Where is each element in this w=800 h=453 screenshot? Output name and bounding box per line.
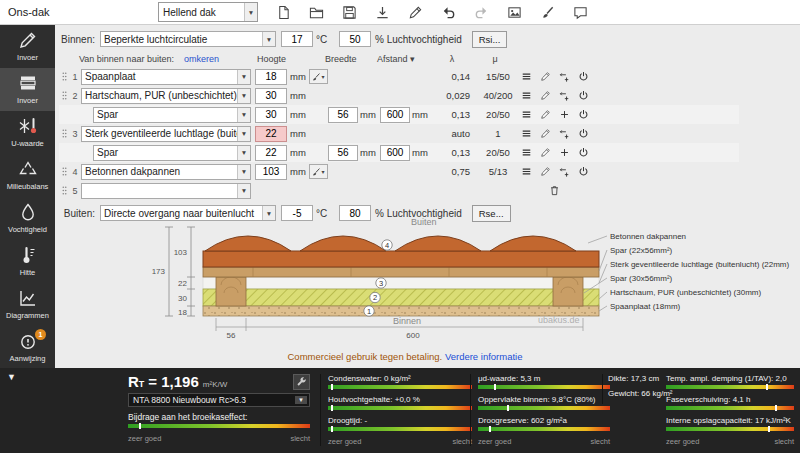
temp-unit-label: °C [313, 34, 334, 45]
paint-button[interactable] [538, 3, 556, 21]
layer-edit-button[interactable] [537, 88, 553, 103]
sidebar-item-label: Milieubalans [7, 182, 49, 191]
sidebar-item-u-waarde[interactable]: U-waarde [0, 111, 55, 154]
more-info-link[interactable]: Verdere informatie [445, 351, 523, 362]
drag-handle[interactable] [59, 70, 69, 83]
layer-toggle-button[interactable] [575, 69, 591, 84]
layer-edit-button[interactable] [537, 164, 553, 179]
inner-humidity-input[interactable] [339, 31, 371, 47]
drag-handle[interactable] [59, 184, 69, 197]
sidebar-item-vochtigheid[interactable]: Vochtigheid [0, 197, 55, 240]
header-afstand[interactable]: Afstand ▾ [377, 54, 429, 64]
redo-button[interactable] [472, 3, 490, 21]
sidebar-item-invoer[interactable]: Invoer [0, 25, 55, 68]
material-select-empty[interactable]: ▼ [81, 183, 251, 199]
metric-dikte: Dikte: 17,3 cm [608, 374, 666, 383]
material-select[interactable]: Hartschaum, PUR (unbeschichtet)▼ [81, 88, 251, 104]
sidebar-item-hitte[interactable]: Hitte [0, 239, 55, 282]
layer-number: 3 [69, 129, 81, 139]
layer-details-button[interactable] [518, 107, 534, 122]
download-button[interactable] [373, 3, 391, 21]
width-input[interactable] [328, 107, 358, 123]
layer-toggle-button[interactable] [575, 164, 591, 179]
delete-layer-button[interactable] [546, 183, 562, 198]
insulation-layer[interactable] [203, 289, 599, 306]
drag-handle[interactable] [59, 89, 69, 102]
rsi-button[interactable]: Rsi... [472, 31, 508, 48]
material-select[interactable]: Betonnen dakpannen▼ [81, 164, 251, 180]
distance-input[interactable] [380, 145, 410, 161]
thickness-input[interactable] [255, 145, 287, 161]
layer-toggle-button[interactable] [575, 107, 591, 122]
scale-bad-label: slecht [774, 437, 794, 446]
sidebar-item-milieubalans[interactable]: Milieubalans [0, 154, 55, 197]
layer-details-button[interactable] [518, 126, 534, 141]
thickness-input[interactable] [255, 69, 287, 85]
inner-temperature-input[interactable] [281, 31, 313, 47]
new-project-button[interactable] [274, 3, 292, 21]
tile-layer[interactable] [203, 236, 599, 267]
air-layer[interactable] [203, 277, 599, 289]
pencil-icon [540, 147, 551, 158]
layer-insert-button[interactable] [556, 69, 572, 84]
texture-button[interactable]: ▾ [309, 164, 328, 179]
layer-details-button[interactable] [518, 69, 534, 84]
layer-insert-button[interactable] [556, 126, 572, 141]
screenshot-button[interactable] [505, 3, 523, 21]
layer-edit-button[interactable] [537, 69, 553, 84]
chevron-down-icon: ▾ [321, 168, 324, 175]
layer-details-button[interactable] [518, 164, 534, 179]
standard-value: NTA 8800 Nieuwbouw Rc>6.3 [133, 395, 246, 405]
material-select[interactable]: Spar▼ [93, 107, 251, 123]
drag-dots-icon [61, 184, 68, 197]
layer-details-button[interactable] [518, 88, 534, 103]
collapse-toggle[interactable]: ▼ [7, 372, 16, 382]
batten-layer[interactable] [203, 267, 599, 277]
thickness-input[interactable] [255, 88, 287, 104]
invert-link[interactable]: omkeren [184, 54, 219, 64]
undo-button[interactable] [439, 3, 457, 21]
thickness-input-warning[interactable] [255, 126, 287, 142]
sidebar-item-invoer-layers[interactable]: Invoer [0, 68, 55, 111]
construction-type-select[interactable]: Hellend dak ▼ [158, 2, 258, 22]
save-button[interactable] [340, 3, 358, 21]
edit-button[interactable] [406, 3, 424, 21]
sidebar-item-diagrammen[interactable]: Diagrammen [0, 282, 55, 325]
material-select[interactable]: Spaanplaat▼ [81, 69, 251, 85]
pencil-icon [540, 71, 551, 82]
layer-toggle-button[interactable] [575, 145, 591, 160]
layer-edit-button[interactable] [537, 107, 553, 122]
layer-toggle-button[interactable] [575, 88, 591, 103]
thermometer-icon [18, 245, 38, 265]
thickness-input[interactable] [255, 107, 287, 123]
layer-edit-button[interactable] [537, 145, 553, 160]
layer-number: 4 [69, 167, 81, 177]
layer-toggle-button[interactable] [575, 126, 591, 141]
drag-handle[interactable] [59, 127, 69, 140]
sublayer-add-button[interactable] [556, 107, 572, 122]
layer-insert-button[interactable] [556, 88, 572, 103]
sidebar-nav: Invoer Invoer U-waarde Milieubalans Voch… [0, 25, 55, 368]
sublayer-add-button[interactable] [556, 145, 572, 160]
width-input[interactable] [328, 145, 358, 161]
material-select[interactable]: Spar▼ [93, 145, 251, 161]
open-project-button[interactable] [307, 3, 325, 21]
distance-input[interactable] [380, 107, 410, 123]
drag-handle[interactable] [59, 165, 69, 178]
project-name[interactable]: Ons-dak [8, 6, 158, 18]
standard-select[interactable]: NTA 8800 Nieuwbouw Rc>6.3 ▼ [128, 393, 310, 407]
inner-condition-select[interactable]: Beperkte luchtcirculatie ▼ [100, 31, 276, 47]
thickness-input[interactable] [255, 164, 287, 180]
layer-edit-button[interactable] [537, 126, 553, 141]
layer-row-3: 3 Sterk geventileerde luchtlage (buitenl… [59, 124, 739, 143]
layer-details-button[interactable] [518, 145, 534, 160]
rt-settings-button[interactable] [293, 374, 310, 390]
texture-button[interactable]: ▾ [309, 69, 328, 84]
comment-button[interactable] [571, 3, 589, 21]
svg-text:Spaanplaat (18mm): Spaanplaat (18mm) [610, 302, 681, 311]
insert-icon [559, 128, 570, 139]
layer-insert-button[interactable] [556, 164, 572, 179]
bar-marker [489, 426, 491, 432]
material-select[interactable]: Sterk geventileerde luchtlage (buitenluc… [81, 126, 251, 142]
sidebar-item-aanwijzing[interactable]: Aanwijzing 1 [0, 325, 55, 368]
